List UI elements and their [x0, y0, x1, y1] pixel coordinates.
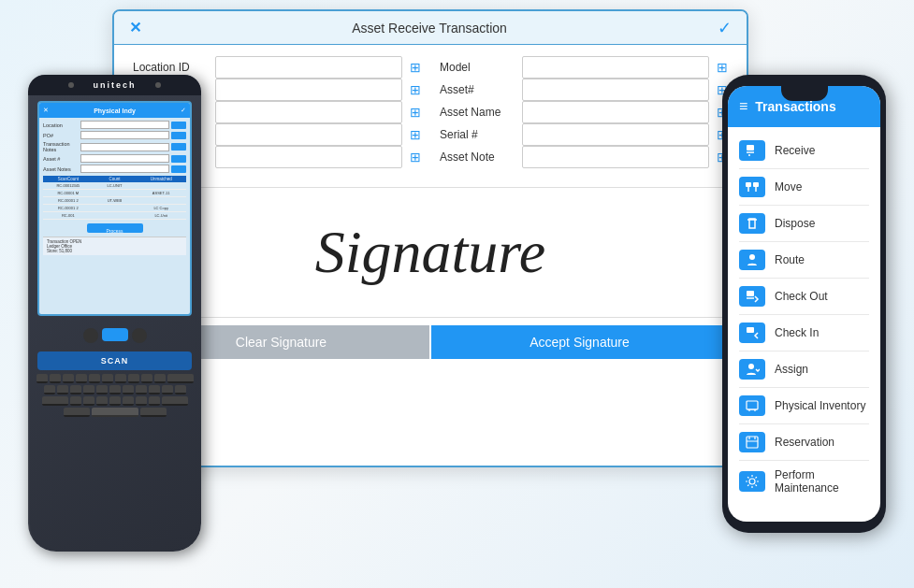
scanner-key-6[interactable]: [102, 374, 113, 383]
signature-display: Signature: [315, 218, 546, 287]
mobile-item-receive[interactable]: Receive: [728, 133, 880, 168]
scanner-nav-area: [37, 328, 192, 343]
scanner-key-24[interactable]: [96, 396, 108, 406]
scanner-key-15[interactable]: [96, 385, 108, 394]
scanner-key-wide-1[interactable]: [167, 374, 194, 383]
accept-signature-button[interactable]: Accept Signature: [431, 325, 728, 359]
scanner-an-btn: [171, 165, 186, 173]
extra-left-grid-icon[interactable]: ⊞: [410, 150, 421, 165]
mobile-title: Transactions: [755, 99, 835, 114]
asset-note-input[interactable]: [522, 146, 709, 168]
scanner-key-2[interactable]: [50, 374, 61, 383]
scanner-key-27[interactable]: [136, 396, 147, 406]
person-id-grid-icon[interactable]: ⊞: [410, 82, 421, 97]
mobile-item-move-label: Move: [775, 180, 802, 194]
scanner-key-10[interactable]: [154, 374, 166, 383]
scanner-td-1b: LC-UNIT: [92, 183, 138, 188]
serial-input[interactable]: [522, 123, 709, 146]
scanner-td-3b: UT-WEB: [92, 198, 138, 203]
scanner-key-23[interactable]: [83, 396, 94, 406]
mobile-item-physical-inventory[interactable]: Physical Inventory: [728, 388, 880, 423]
scanner-process-btn[interactable]: Process: [87, 223, 143, 233]
mobile-hamburger-icon[interactable]: ≡: [739, 98, 747, 115]
supplier-input[interactable]: [215, 123, 402, 146]
location-id-input[interactable]: [215, 56, 402, 79]
model-row: Model ⊞: [440, 56, 728, 79]
scanner-po-input: [80, 131, 169, 139]
supplier-grid-icon[interactable]: ⊞: [410, 127, 421, 142]
scanner-key-wide-5[interactable]: [140, 408, 167, 417]
scanner-key-20[interactable]: [162, 385, 173, 394]
form-area: Location ID ⊞ Person ID ⊞ PO# ⊞ Supplier…: [114, 45, 747, 179]
scanner-td-3a: RC-00001 2: [45, 198, 92, 203]
move-icon: [739, 177, 765, 197]
scanner-key-22[interactable]: [70, 396, 81, 406]
svg-rect-2: [753, 182, 759, 187]
scanner-td-5c: LC-Unit: [138, 213, 184, 218]
asset-note-row: Asset Note ⊞: [440, 146, 728, 168]
scanner-key-13[interactable]: [70, 385, 81, 394]
scanner-key-space[interactable]: [92, 408, 138, 417]
scanner-key-16[interactable]: [109, 385, 121, 394]
scanner-key-5[interactable]: [89, 374, 100, 383]
svg-rect-0: [747, 145, 754, 151]
scanner-key-18[interactable]: [136, 385, 147, 394]
scanner-key-26[interactable]: [123, 396, 134, 406]
close-button[interactable]: ✕: [129, 19, 141, 36]
location-id-grid-icon[interactable]: ⊞: [410, 60, 421, 75]
mobile-item-checkout-label: Check Out: [775, 290, 828, 303]
scanner-location-row: Location: [43, 121, 186, 129]
scanner-key-4[interactable]: [76, 374, 87, 383]
scanner-scan-btn-area[interactable]: [102, 328, 128, 341]
asset-name-input[interactable]: [522, 101, 709, 123]
person-id-input[interactable]: [215, 79, 402, 101]
asset-num-input[interactable]: [522, 79, 709, 101]
scanner-key-28[interactable]: [149, 396, 160, 406]
mobile-item-checkin[interactable]: Check In: [728, 315, 880, 351]
scanner-key-17[interactable]: [123, 385, 134, 394]
scanner-row-4: RC-00001 2 LC Copy: [43, 205, 186, 212]
scanner-key-12[interactable]: [57, 385, 68, 394]
mobile-item-move[interactable]: Move: [728, 169, 880, 205]
scanner-key-25[interactable]: [109, 396, 121, 406]
mobile-notch: [781, 86, 828, 101]
asset-num-row: Asset# ⊞: [440, 79, 728, 101]
scanner-key-wide-2[interactable]: [42, 396, 68, 406]
signature-area[interactable]: Signature: [133, 187, 728, 318]
scanner-keypad: [28, 372, 201, 421]
mobile-item-maintenance[interactable]: Perform Maintenance: [728, 461, 880, 502]
scanner-key-3[interactable]: [63, 374, 74, 383]
scanner-key-7[interactable]: [115, 374, 126, 383]
scanner-asset-btn: [171, 155, 186, 163]
scanner-key-11[interactable]: [44, 385, 55, 394]
scanner-td-2a: RC-00001 M: [45, 191, 92, 195]
scanner-key-wide-4[interactable]: [64, 408, 90, 417]
po-input[interactable]: [215, 101, 402, 123]
scanner-key-19[interactable]: [149, 385, 160, 394]
mobile-item-checkout[interactable]: Check Out: [728, 279, 880, 314]
model-grid-icon[interactable]: ⊞: [717, 60, 728, 75]
confirm-button[interactable]: ✓: [718, 18, 732, 38]
mobile-item-assign[interactable]: Assign: [728, 351, 880, 387]
scanner-key-9[interactable]: [141, 374, 152, 383]
scanner-row-2: RC-00001 M ASSET-11: [43, 190, 186, 197]
scanner-asset-label: Asset #: [43, 156, 79, 162]
mobile-item-dispose[interactable]: Dispose: [728, 206, 880, 241]
po-grid-icon[interactable]: ⊞: [410, 105, 421, 120]
scanner-key-1[interactable]: [36, 374, 48, 383]
model-input[interactable]: [522, 56, 709, 79]
scanner-key-14[interactable]: [83, 385, 94, 394]
mobile-item-reservation[interactable]: Reservation: [728, 424, 880, 460]
scanner-nav-btn-2[interactable]: [132, 328, 147, 343]
asset-name-row: Asset Name ⊞: [440, 101, 728, 123]
mobile-item-route-label: Route: [775, 253, 805, 266]
scanner-key-8[interactable]: [128, 374, 139, 383]
scanner-scan-button[interactable]: SCAN: [37, 351, 192, 370]
receive-icon: [739, 140, 765, 161]
scanner-key-21[interactable]: [175, 385, 186, 394]
scanner-nav-btn-1[interactable]: [83, 328, 98, 343]
extra-left-input[interactable]: [215, 146, 402, 168]
mobile-item-route[interactable]: Route: [728, 242, 880, 278]
scanner-key-wide-3[interactable]: [162, 396, 188, 406]
scanner-an-row: Asset Notes: [43, 165, 186, 173]
